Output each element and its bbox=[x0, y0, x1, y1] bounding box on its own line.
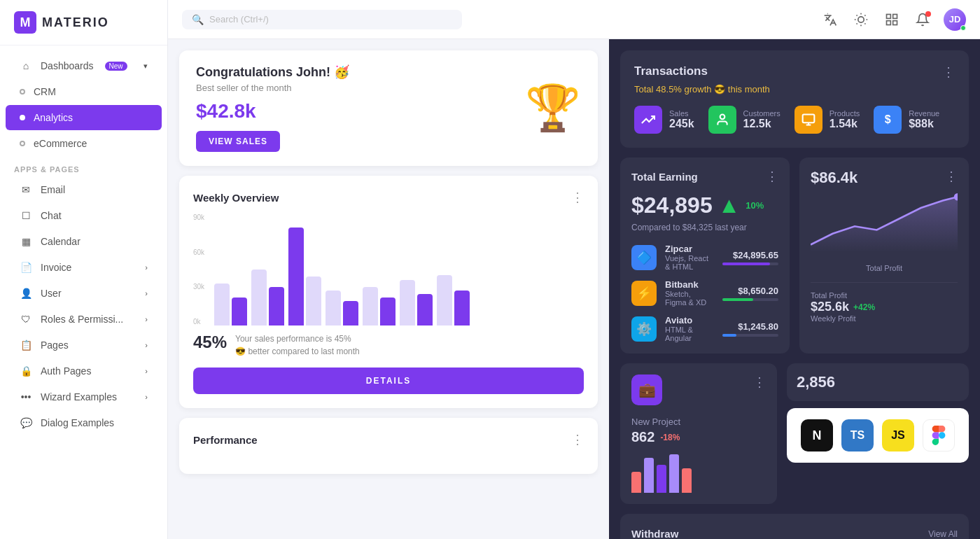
performance-card: Performance ⋮ bbox=[179, 418, 598, 474]
profit-label: Total Profit bbox=[811, 261, 958, 274]
progress-bar-fill bbox=[722, 262, 770, 265]
search-box[interactable]: 🔍 Search (Ctrl+/) bbox=[182, 10, 462, 29]
sidebar-item-label: Invoice bbox=[41, 262, 71, 273]
pages-icon: 📋 bbox=[20, 340, 32, 351]
earning-info: Bitbank Sketch, Figma & XD bbox=[665, 279, 714, 307]
search-icon: 🔍 bbox=[192, 14, 204, 25]
svg-point-0 bbox=[858, 16, 864, 22]
project-pct: -18% bbox=[660, 433, 680, 442]
main-area: 🔍 Search (Ctrl+/) JD bbox=[168, 0, 980, 539]
withdraw-title: Withdraw bbox=[631, 528, 678, 539]
translate-icon[interactable] bbox=[820, 10, 840, 29]
svg-rect-14 bbox=[802, 115, 814, 123]
bar bbox=[343, 301, 358, 326]
sidebar-item-ecommerce[interactable]: eCommerce bbox=[6, 131, 162, 156]
sidebar-item-auth[interactable]: 🔒 Auth Pages › bbox=[6, 358, 162, 384]
sidebar-item-pages[interactable]: 📋 Pages › bbox=[6, 332, 162, 358]
trophy-icon: 🏆 bbox=[525, 82, 581, 134]
menu-dots-icon[interactable]: ⋮ bbox=[571, 190, 584, 205]
weekly-footer: 45% Your sales performance is 45% 😎 bett… bbox=[193, 332, 584, 358]
stat-customers: Customers 12.5k bbox=[708, 106, 780, 134]
earning-list: 🔷 Zipcar Vuejs, React & HTML $24,895.65 bbox=[631, 244, 778, 342]
mini-bar-chart bbox=[631, 451, 766, 493]
search-placeholder: Search (Ctrl+/) bbox=[209, 14, 269, 24]
bar-group bbox=[288, 227, 321, 326]
tech-logos-card: N TS JS bbox=[787, 408, 969, 463]
amount-value: $8,650.20 bbox=[722, 286, 778, 296]
withdraw-card: Withdraw View All bbox=[620, 514, 969, 539]
new-badge: New bbox=[105, 62, 127, 71]
shield-icon: 🛡 bbox=[20, 314, 32, 325]
sidebar-item-analytics[interactable]: Analytics bbox=[6, 105, 162, 130]
menu-dots-icon[interactable]: ⋮ bbox=[766, 169, 778, 184]
user-avatar-wrap[interactable]: JD bbox=[944, 8, 966, 31]
earning-item-bitbank: ⚡ Bitbank Sketch, Figma & XD $8,650.20 bbox=[631, 279, 778, 307]
mini-bar bbox=[644, 458, 654, 493]
sidebar-item-roles[interactable]: 🛡 Roles & Permissi... › bbox=[6, 307, 162, 332]
chevron-right-icon: › bbox=[145, 289, 148, 298]
earning-amount-right: $1,245.80 bbox=[722, 321, 778, 337]
menu-dots-icon[interactable]: ⋮ bbox=[945, 169, 958, 184]
count-value: 2,856 bbox=[797, 373, 835, 391]
menu-dots-icon[interactable]: ⋮ bbox=[942, 64, 955, 80]
mini-bar bbox=[669, 454, 679, 493]
menu-dots-icon[interactable]: ⋮ bbox=[571, 432, 584, 447]
amount-value: $24,895.65 bbox=[722, 250, 778, 260]
company-name: Bitbank bbox=[665, 279, 714, 290]
sidebar-item-user[interactable]: 👤 User › bbox=[6, 281, 162, 306]
grid-icon[interactable] bbox=[882, 10, 902, 29]
bitbank-logo: ⚡ bbox=[631, 281, 657, 306]
wizard-icon: ••• bbox=[20, 391, 32, 402]
profit-value-big: $86.4k bbox=[811, 169, 858, 187]
bar bbox=[269, 287, 284, 326]
congrats-title: Congratulations John! 🥳 bbox=[196, 64, 349, 80]
profit-header: $86.4k ⋮ bbox=[811, 169, 958, 187]
sidebar-item-label: Auth Pages bbox=[41, 365, 91, 377]
stat-info: Sales 245k bbox=[669, 109, 694, 130]
svg-rect-12 bbox=[893, 20, 897, 24]
earning-amount-right: $24,895.65 bbox=[722, 250, 778, 265]
view-sales-button[interactable]: VIEW SALES bbox=[196, 131, 280, 152]
weekly-profit-sublabel: Weekly Profit bbox=[811, 314, 958, 323]
sun-icon[interactable] bbox=[851, 10, 871, 29]
y-label: 30k bbox=[193, 283, 204, 290]
mini-bar bbox=[631, 472, 641, 493]
stat-revenue: $ Revenue $88k bbox=[874, 106, 939, 134]
total-earning-card: Total Earning ⋮ $24,895 ▲ 10% Compared t… bbox=[620, 158, 790, 354]
chevron-right-icon: › bbox=[145, 341, 148, 349]
svg-line-8 bbox=[864, 15, 865, 15]
congrats-amount: $42.8k bbox=[196, 100, 349, 122]
amount-value: $1,245.80 bbox=[722, 321, 778, 332]
svg-point-13 bbox=[720, 115, 724, 120]
view-all-link[interactable]: View All bbox=[928, 529, 958, 539]
sidebar-item-dialog[interactable]: 💬 Dialog Examples bbox=[6, 410, 162, 435]
sidebar-item-chat[interactable]: ☐ Chat bbox=[6, 203, 162, 228]
sidebar-item-email[interactable]: ✉ Email bbox=[6, 177, 162, 202]
sidebar-item-label: Analytics bbox=[34, 112, 73, 123]
sidebar-item-dashboards[interactable]: ⌂ Dashboards New ▾ bbox=[6, 53, 162, 78]
sidebar-item-wizard[interactable]: ••• Wizard Examples › bbox=[6, 384, 162, 410]
earning-header: Total Earning ⋮ bbox=[631, 169, 778, 184]
weekly-header: Weekly Overview ⋮ bbox=[193, 190, 584, 205]
bar bbox=[437, 275, 452, 326]
earning-amount: $24,895 ▲ 10% bbox=[631, 192, 778, 218]
js-logo: JS bbox=[882, 419, 914, 451]
sidebar-item-calendar[interactable]: ▦ Calendar bbox=[6, 229, 162, 254]
weekly-title: Weekly Overview bbox=[193, 192, 279, 204]
svg-rect-11 bbox=[887, 20, 891, 24]
stat-value: 245k bbox=[669, 118, 694, 130]
notification-bell[interactable] bbox=[913, 10, 932, 29]
earning-title: Total Earning bbox=[631, 171, 698, 183]
sidebar: M MATERIO ⌂ Dashboards New ▾ CRM Analyti… bbox=[0, 0, 168, 539]
mini-bar bbox=[657, 465, 666, 493]
menu-dots-icon[interactable]: ⋮ bbox=[753, 374, 766, 390]
sidebar-item-crm[interactable]: CRM bbox=[6, 79, 162, 104]
bar-group bbox=[326, 290, 358, 326]
performance-title: Performance bbox=[193, 434, 258, 446]
emoji: 😎 bbox=[714, 84, 728, 94]
stat-value: 1.54k bbox=[830, 118, 860, 130]
transactions-subtitle: Total 48.5% growth 😎 this month bbox=[634, 84, 955, 94]
stat-info: Customers 12.5k bbox=[743, 109, 780, 130]
details-button[interactable]: DETAILS bbox=[193, 368, 584, 394]
sidebar-item-invoice[interactable]: 📄 Invoice › bbox=[6, 255, 162, 280]
